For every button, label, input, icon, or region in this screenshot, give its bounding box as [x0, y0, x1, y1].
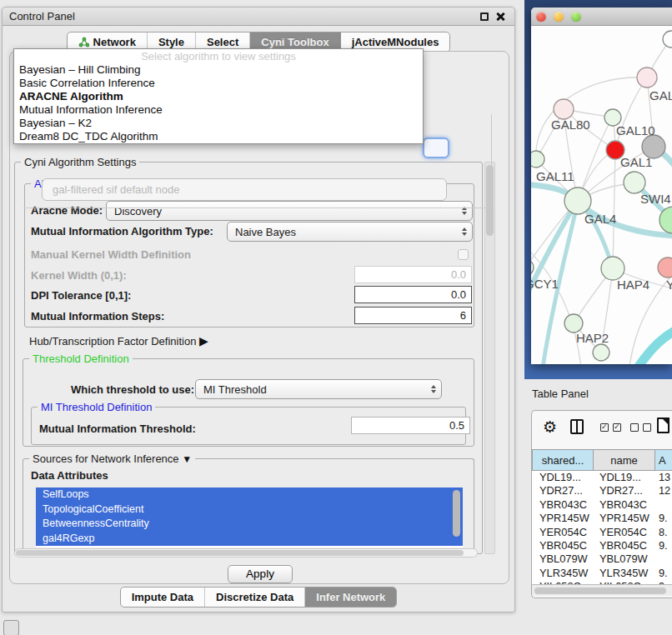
cytoscape-desktop: GAL GAL80 GAL10 GAL11 GAL1 GAL4 SWI4 GCY… [524, 0, 672, 379]
list-scrollbar-thumb[interactable] [453, 490, 460, 537]
column-view-icon[interactable] [570, 419, 584, 434]
column-header-shared-name[interactable]: shared... [532, 449, 594, 471]
list-item[interactable]: SelfLoops [36, 488, 463, 502]
table-row[interactable]: YLR345WYLR345W9. [532, 567, 672, 580]
node-label: HAP2 [576, 331, 609, 345]
mi-algorithm-type-label: Mutual Information Algorithm Type: [31, 225, 213, 238]
network-combo-background[interactable]: gal-filtered sif default node [42, 178, 447, 201]
tab-discretize-data[interactable]: Discretize Data [205, 588, 305, 607]
data-attributes-list[interactable]: SelfLoops TopologicalCoefficient Between… [36, 488, 463, 548]
docked-panel-icon[interactable] [3, 620, 19, 635]
close-icon[interactable] [495, 12, 505, 22]
node [554, 99, 574, 119]
network-icon [78, 37, 89, 48]
node-label: GAL11 [536, 169, 574, 183]
node-label: HAP4 [617, 278, 649, 292]
menu-item[interactable]: Basic Correlation Inference [14, 77, 423, 90]
list-item[interactable]: BetweennessCentrality [36, 517, 463, 532]
deselect-columns-icon[interactable] [643, 423, 651, 432]
algorithm-combo-fragment[interactable] [423, 138, 449, 158]
kernel-width-label: Kernel Width (0,1): [31, 269, 127, 282]
algorithm-dropdown-list: Select algorithm to view settings Bayesi… [13, 48, 424, 144]
node-label: SWI4 [640, 192, 671, 206]
node [624, 172, 645, 193]
node [637, 68, 657, 88]
dpi-tolerance-field[interactable]: 0.0 [354, 286, 472, 303]
gear-icon[interactable] [543, 418, 557, 437]
settings-top-border [23, 208, 492, 208]
node [663, 31, 672, 48]
which-threshold-label: Which threshold to use: [71, 383, 194, 396]
which-threshold-combo[interactable]: MI Threshold [195, 379, 442, 399]
sources-title: Sources for Network Inference [33, 452, 179, 465]
network-window-titlebar[interactable] [531, 8, 672, 26]
mi-algorithm-type-combo[interactable]: Naive Bayes [227, 222, 473, 242]
manual-kernel-label: Manual Kernel Width Definition [31, 248, 191, 261]
table-row[interactable]: YDR27...YDR27...12 [532, 484, 672, 498]
threshold-definition-title: Threshold Definition [29, 352, 133, 365]
settings-horizontal-scrollbar[interactable] [14, 548, 478, 558]
file-export-icon[interactable] [657, 418, 669, 433]
data-attributes-label: Data Attributes [31, 469, 108, 482]
table-row[interactable]: YBL079WYBL079W [532, 552, 672, 566]
network-graph[interactable]: GAL GAL80 GAL10 GAL11 GAL1 GAL4 SWI4 GCY… [531, 26, 672, 364]
list-item[interactable]: gal4RGexp [36, 532, 463, 547]
aracne-mode-combo[interactable]: Discovery [106, 201, 473, 221]
table-panel-header: Table Panel [524, 379, 672, 408]
menu-item[interactable]: Bayesian – Hill Climbing [14, 63, 423, 77]
expanded-arrow-icon[interactable]: ▼ [182, 453, 192, 465]
node-label: GAL [649, 88, 672, 102]
manual-kernel-checkbox[interactable] [458, 249, 469, 260]
kernel-width-field[interactable]: 0.0 [354, 266, 472, 283]
menu-item[interactable]: Bayesian – K2 [14, 117, 423, 130]
aracne-mode-label: Aracne Mode: [31, 204, 103, 217]
node [531, 151, 544, 168]
node-table[interactable]: YDL19...YDL19...13 YDR27...YDR27...12 YB… [532, 471, 672, 584]
node [531, 259, 534, 276]
mi-steps-label: Mutual Information Steps: [31, 310, 164, 322]
float-window-icon[interactable] [480, 12, 489, 21]
select-columns-icon[interactable] [600, 423, 609, 432]
control-panel-title: Control Panel [9, 10, 75, 22]
node-label: GAL80 [551, 118, 590, 132]
apply-button[interactable]: Apply [228, 565, 293, 583]
dpi-tolerance-label: DPI Tolerance [0,1]: [31, 289, 131, 302]
node [564, 188, 591, 214]
mi-threshold-label: Mutual Information Threshold: [39, 422, 196, 435]
node [601, 257, 624, 280]
table-row[interactable]: YBR043CYBR043C [532, 498, 672, 512]
menu-item-highlighted[interactable]: ARACNE Algorithm [14, 90, 423, 103]
table-row[interactable]: YER054CYER054C8. [532, 526, 672, 539]
node [658, 258, 672, 278]
cyni-algorithm-settings-title: Cyni Algorithm Settings [21, 156, 139, 168]
node-label: GAL10 [616, 123, 655, 138]
minimize-traffic-icon[interactable] [554, 12, 564, 22]
table-row[interactable]: YPR145WYPR145W9. [532, 512, 672, 525]
settings-vertical-scrollbar[interactable] [484, 162, 495, 554]
hub-section-label[interactable]: Hub/Transcription Factor Definition ▶ [29, 334, 208, 348]
collapsed-arrow-icon[interactable]: ▶ [199, 334, 208, 348]
tab-infer-network[interactable]: Infer Network [305, 588, 396, 607]
tab-impute-data[interactable]: Impute Data [121, 588, 205, 607]
table-horizontal-scrollbar[interactable] [532, 584, 672, 596]
mi-threshold-definition-title: MI Threshold Definition [38, 401, 155, 413]
table-row[interactable]: YBR045CYBR045C9. [532, 539, 672, 552]
mi-steps-field[interactable]: 6 [354, 307, 472, 324]
network-view-window[interactable]: GAL GAL80 GAL10 GAL11 GAL1 GAL4 SWI4 GCY… [531, 8, 672, 364]
select-columns-icon[interactable] [613, 423, 621, 432]
close-traffic-icon[interactable] [536, 12, 546, 22]
table-panel-title: Table Panel [532, 388, 589, 400]
column-header-name[interactable]: name [594, 449, 655, 471]
column-header-partial[interactable]: A [655, 449, 672, 471]
list-item[interactable]: TopologicalCoefficient [36, 502, 463, 518]
menu-item[interactable]: Mutual Information Inference [14, 103, 423, 117]
zoom-traffic-icon[interactable] [571, 12, 581, 22]
table-row[interactable]: YDL19...YDL19...13 [532, 471, 672, 484]
node-label: GAL4 [584, 212, 616, 226]
node [593, 344, 609, 361]
control-panel-titlebar: Control Panel [3, 8, 514, 26]
inference-group-border-fragment [491, 114, 492, 208]
deselect-columns-icon[interactable] [630, 423, 639, 432]
menu-item[interactable]: Dream8 DC_TDC Algorithm [14, 130, 423, 143]
mi-threshold-field[interactable]: 0.5 [351, 417, 470, 434]
